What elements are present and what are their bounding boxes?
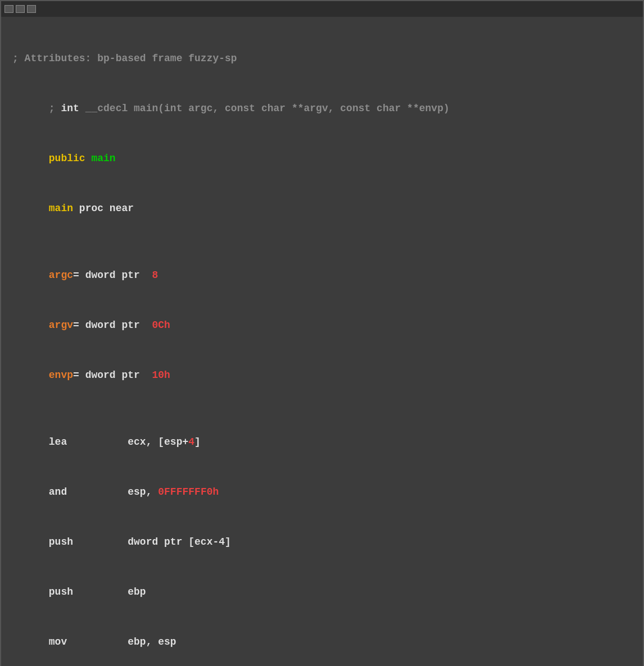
instr-push-dword: push dword ptr [ecx-4] [12, 517, 632, 567]
instr-lea-ecx: lea ecx, [esp+4] [12, 417, 632, 467]
mnem-push1: push [49, 536, 97, 548]
argc-label: argc [49, 270, 73, 281]
instr-mov-ebp-esp: mov ebp, esp [12, 617, 632, 666]
ops-and-b: 0FFFFFFF0h [158, 486, 219, 498]
titlebar-btn-1[interactable] [4, 5, 13, 13]
titlebar-btn-2[interactable] [16, 5, 25, 13]
public-main-line: public main [12, 134, 632, 184]
public-keyword: public [49, 153, 85, 164]
mnem-lea1: lea [49, 436, 97, 448]
main-window: ; Attributes: bp-based frame fuzzy-sp ; … [0, 0, 644, 666]
proc-near: proc near [73, 203, 134, 214]
ops-lea1a: ecx, [esp+ [97, 436, 188, 448]
empty-line-1 [12, 34, 632, 51]
titlebar-btn-3[interactable] [27, 5, 36, 13]
argv-label: argv [49, 320, 73, 331]
mnem-and: and [49, 486, 97, 498]
ops-push1: dword ptr [ecx-4] [97, 536, 231, 548]
comment2-rest: __cdecl main(int argc, const char **argv… [79, 103, 450, 114]
envp-val: 10h [152, 370, 170, 381]
comment2-int: int [61, 103, 79, 114]
code-area: ; Attributes: bp-based frame fuzzy-sp ; … [1, 17, 643, 666]
envp-label: envp [49, 370, 73, 381]
argv-eq: = dword ptr [73, 320, 152, 331]
empty-line-4 [12, 400, 632, 417]
main-label-2: main [49, 203, 73, 214]
argv-line: argv= dword ptr 0Ch [12, 300, 632, 350]
main-proc-line: main proc near [12, 184, 632, 234]
comment-line-1: ; Attributes: bp-based frame fuzzy-sp [12, 51, 632, 67]
ops-lea1b: 4 [188, 436, 194, 448]
empty-line-2 [12, 67, 632, 84]
argv-val: 0Ch [152, 320, 170, 331]
mnem-push2: push [49, 586, 97, 597]
empty-line-3 [12, 234, 632, 250]
argc-line: argc= dword ptr 8 [12, 250, 632, 300]
ops-lea1c: ] [194, 436, 201, 448]
instr-push-ebp: push ebp [12, 567, 632, 617]
ops-push2: ebp [97, 586, 146, 597]
comment-line-2: ; int __cdecl main(int argc, const char … [12, 84, 632, 134]
comment2-prefix: ; [49, 103, 61, 114]
mnem-mov1: mov [49, 636, 97, 647]
argc-val: 8 [152, 270, 158, 281]
ops-mov1: ebp, esp [97, 636, 176, 647]
title-bar [1, 1, 643, 17]
instr-and-esp: and esp, 0FFFFFFF0h [12, 467, 632, 517]
main-label-1: main [85, 153, 116, 164]
envp-eq: = dword ptr [73, 370, 152, 381]
ops-and-a: esp, [97, 486, 158, 498]
argc-eq: = dword ptr [73, 270, 152, 281]
envp-line: envp= dword ptr 10h [12, 350, 632, 400]
